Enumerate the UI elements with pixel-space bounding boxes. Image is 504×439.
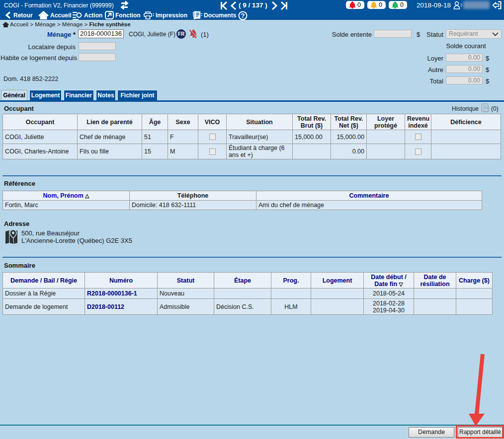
svg-text:?: ? — [241, 12, 245, 19]
